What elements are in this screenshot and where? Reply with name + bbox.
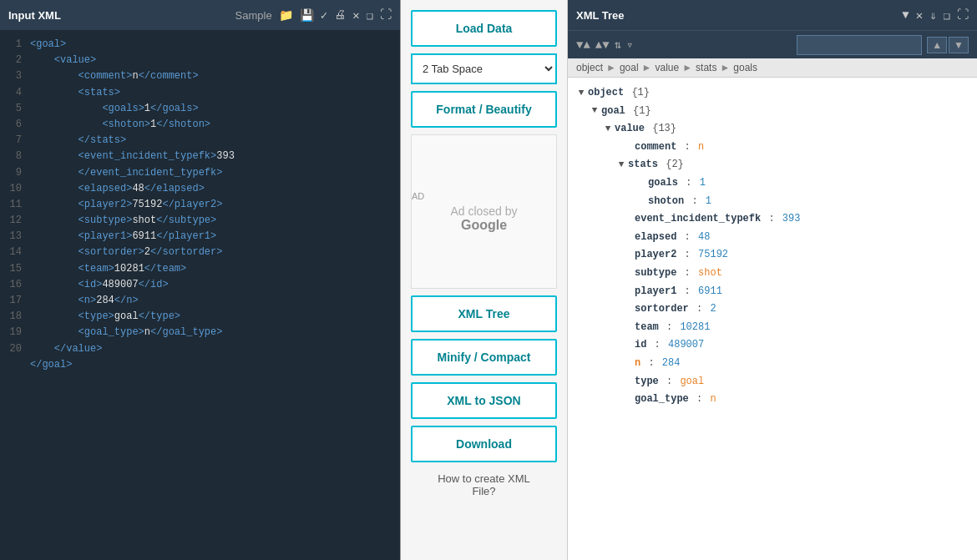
right-panel-header: XML Tree ▼ ✕ ⇓ ❏ ⛶ <box>568 0 977 30</box>
search-nav: ▲ ▼ <box>927 37 969 53</box>
tree-row-goal-type: goal_type : n <box>576 391 969 409</box>
elapsed-spacer <box>623 230 633 246</box>
ad-label: AD <box>412 191 424 201</box>
close-icon-right[interactable]: ✕ <box>916 8 923 23</box>
middle-panel: Load Data 2 Tab Space 4 Tab Space Tab Sp… <box>401 0 568 560</box>
tree-row-comment: comment : n <box>576 139 969 157</box>
shoton-spacer <box>636 193 646 209</box>
sortorder-val: 2 <box>710 300 716 319</box>
breadcrumb-sep-2: ► <box>642 62 652 73</box>
event-val: 393 <box>782 210 801 229</box>
breadcrumb-sep-1: ► <box>606 62 616 73</box>
left-panel-title: Input XML <box>8 9 229 22</box>
tree-row-elapsed: elapsed : 48 <box>576 229 969 247</box>
elapsed-key: elapsed <box>635 229 676 247</box>
n-val: 284 <box>662 355 681 373</box>
xml-editor: 12345 678910 1112131415 1617181920 <goal… <box>0 30 400 560</box>
tree-row-event: event_incident_typefk : 393 <box>576 210 969 229</box>
team-spacer <box>623 320 633 336</box>
save-icon-right[interactable]: ⇓ <box>929 8 936 23</box>
value-key: value <box>615 120 645 139</box>
type-val: goal <box>680 373 704 391</box>
tree-row-team: team : 10281 <box>576 319 969 337</box>
player1-spacer <box>623 283 633 300</box>
goal-type-spacer <box>623 391 633 408</box>
type-spacer <box>623 373 633 390</box>
download-icon[interactable]: ▼ <box>902 8 909 22</box>
tree-search-input[interactable] <box>797 35 922 55</box>
goal-key: goal <box>601 103 625 121</box>
format-button[interactable]: Format / Beautify <box>411 91 557 128</box>
value-toggle[interactable]: ▼ <box>603 121 613 138</box>
left-panel-header: Input XML Sample 📁 💾 ✓ 🖨 ✕ ❏ ⛶ <box>0 0 400 30</box>
stats-key: stats <box>628 156 658 174</box>
tree-row-n: n : 284 <box>576 355 969 373</box>
team-val: 10281 <box>680 319 710 337</box>
tree-row-id: id : 489007 <box>576 336 969 355</box>
comment-key: comment <box>635 139 676 157</box>
breadcrumb-goal[interactable]: goal <box>620 62 639 73</box>
goals-inner-val: 1 <box>700 174 706 193</box>
fullscreen-icon-right[interactable]: ⛶ <box>957 8 969 22</box>
ad-box: AD Ad closed by Google <box>411 134 557 289</box>
check-icon[interactable]: ✓ <box>321 8 327 23</box>
ad-text: Ad closed by <box>450 204 517 218</box>
minify-button[interactable]: Minify / Compact <box>411 339 557 376</box>
expand-all-icon[interactable]: ▲▼ <box>595 38 610 52</box>
breadcrumb-sep-3: ► <box>682 62 692 73</box>
object-toggle[interactable]: ▼ <box>576 85 586 102</box>
tree-content: ▼ object {1} ▼ goal {1} ▼ value {13} com… <box>568 78 977 560</box>
fullscreen-icon[interactable]: ⛶ <box>380 8 392 22</box>
breadcrumb-value[interactable]: value <box>656 62 680 73</box>
tree-row-stats: ▼ stats {2} <box>576 156 969 174</box>
sort-icon[interactable]: ⇅ <box>615 38 621 52</box>
load-data-button[interactable]: Load Data <box>411 10 557 47</box>
search-next-button[interactable]: ▼ <box>949 37 969 53</box>
line-numbers: 12345 678910 1112131415 1617181920 <box>0 30 27 560</box>
save-icon[interactable]: 💾 <box>300 8 314 23</box>
stats-toggle[interactable]: ▼ <box>616 157 626 174</box>
breadcrumb-object[interactable]: object <box>576 62 603 73</box>
subtype-val: shot <box>698 265 722 283</box>
search-prev-button[interactable]: ▲ <box>927 37 947 53</box>
how-to-text: How to create XMLFile? <box>438 472 530 497</box>
collapse-all-icon[interactable]: ▼▲ <box>576 38 590 52</box>
print-icon[interactable]: 🖨 <box>334 8 346 22</box>
copy-icon[interactable]: ❏ <box>367 8 373 23</box>
breadcrumb-goals[interactable]: goals <box>733 62 757 73</box>
tab-space-select[interactable]: 2 Tab Space 4 Tab Space Tab Space <box>411 53 557 84</box>
tree-row-object: ▼ object {1} <box>576 84 969 103</box>
shoton-val: 1 <box>706 193 711 211</box>
xml-tree-button[interactable]: XML Tree <box>411 295 557 332</box>
copy-icon-right[interactable]: ❏ <box>944 8 950 23</box>
close-icon[interactable]: ✕ <box>352 8 359 23</box>
breadcrumb-stats[interactable]: stats <box>696 62 716 73</box>
tree-row-goal: ▼ goal {1} <box>576 103 969 121</box>
xml-to-json-button[interactable]: XML to JSON <box>411 382 557 419</box>
n-spacer <box>623 356 633 372</box>
breadcrumb-sep-4: ► <box>720 62 730 73</box>
player1-val: 6911 <box>698 283 722 301</box>
ad-google: Google <box>461 218 507 233</box>
event-key: event_incident_typefk <box>635 210 761 229</box>
xml-code[interactable]: <goal> <value> <comment>n</comment> <sta… <box>27 30 400 560</box>
tree-row-subtype: subtype : shot <box>576 265 969 283</box>
download-button[interactable]: Download <box>411 426 557 462</box>
goal-toggle[interactable]: ▼ <box>590 103 600 119</box>
filter-icon[interactable]: ▿ <box>626 38 633 52</box>
folder-open-icon[interactable]: 📁 <box>279 8 293 23</box>
tree-row-shoton: shoton : 1 <box>576 193 969 211</box>
tree-row-player1: player1 : 6911 <box>576 283 969 301</box>
goal-type-key: goal_type <box>635 391 689 409</box>
tree-row-player2: player2 : 75192 <box>576 246 969 265</box>
player2-spacer <box>623 247 633 264</box>
sortorder-spacer <box>623 301 633 318</box>
tree-row-value: ▼ value {13} <box>576 120 969 139</box>
sortorder-key: sortorder <box>635 300 689 319</box>
goals-inner-key: goals <box>648 174 678 193</box>
n-key: n <box>635 355 640 373</box>
shoton-key: shoton <box>648 193 684 211</box>
event-spacer <box>623 211 633 228</box>
breadcrumb: object ► goal ► value ► stats ► goals <box>568 58 977 78</box>
player2-key: player2 <box>635 246 676 265</box>
